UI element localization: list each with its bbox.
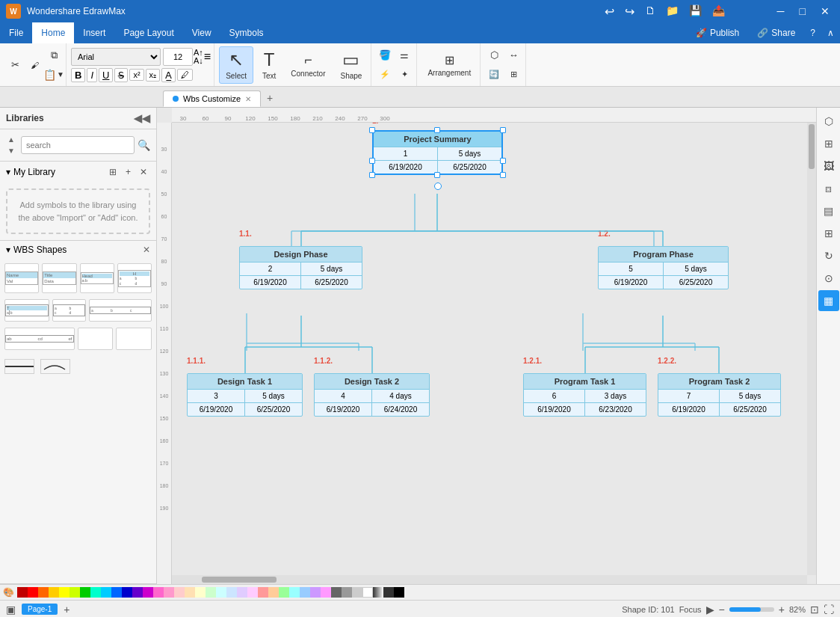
shape-thumb-4[interactable]: H abcd [117, 263, 152, 293]
fit-page-btn[interactable]: ⊡ [810, 604, 819, 616]
font-color-btn[interactable]: A̲ [161, 68, 176, 82]
color-cell[interactable] [122, 587, 132, 598]
format-paste-btn[interactable]: 🖌 [25, 56, 43, 74]
palette-icon[interactable]: 🎨 [3, 587, 14, 598]
new-btn[interactable]: 🗋 [642, 3, 658, 20]
effect-btn[interactable]: ✦ [395, 66, 413, 84]
menu-home[interactable]: Home [32, 22, 74, 43]
color-cell[interactable] [90, 587, 101, 598]
redo-btn[interactable]: ↪ [622, 3, 637, 20]
color-cell[interactable] [153, 587, 164, 598]
color-cell[interactable] [373, 587, 383, 598]
wbs-shapes-close-btn[interactable]: ✕ [143, 245, 150, 255]
color-cell[interactable] [80, 587, 90, 598]
menu-insert[interactable]: Insert [74, 22, 114, 43]
color-cell[interactable] [394, 587, 404, 598]
scroll-up-btn[interactable]: ▲ [6, 134, 16, 145]
replace-btn[interactable]: 🔄 [485, 66, 503, 84]
font-size-decrease-btn[interactable]: A↓ [194, 57, 203, 65]
right-tool-table[interactable]: ⊞ [818, 223, 839, 244]
shape-tool-btn[interactable]: ▭ Shape [334, 46, 368, 84]
text-tool-btn[interactable]: T Text [256, 46, 282, 84]
shape-thumb-3[interactable]: Head ab [80, 263, 114, 293]
expand-btn[interactable]: ∧ [821, 28, 840, 38]
wbs-node-program-phase[interactable]: 1.2. Program Phase 5 5 days 6/19/2020 6/… [598, 246, 729, 289]
color-cell[interactable] [59, 587, 70, 598]
save-btn[interactable]: 💾 [686, 3, 705, 20]
sidebar-collapse-btn[interactable]: ◀◀ [134, 112, 150, 124]
font-size-input[interactable] [163, 48, 193, 66]
color-cell[interactable] [268, 587, 279, 598]
color-cell[interactable] [164, 587, 174, 598]
shape-thumb-10[interactable] [116, 328, 152, 350]
add-tab-btn[interactable]: + [261, 89, 279, 107]
right-tool-rotate[interactable]: ↻ [818, 245, 839, 266]
line-shape-2[interactable] [40, 359, 70, 374]
copy-btn[interactable]: ⧉ [45, 46, 63, 64]
canvas-scrollbar-v[interactable] [807, 123, 816, 575]
color-cell[interactable] [247, 587, 258, 598]
menu-file[interactable]: File [0, 22, 32, 43]
fill-color-btn[interactable]: 🪣 [376, 46, 394, 64]
window-controls[interactable]: ─ □ ✕ [773, 4, 834, 19]
wbs-node-design-task2[interactable]: 1.1.2. Design Task 2 4 4 days 6/19/2020 … [314, 373, 430, 417]
shape-thumb-6[interactable]: abcd [52, 299, 86, 322]
color-cell[interactable] [289, 587, 300, 598]
color-cell[interactable] [206, 587, 216, 598]
zoom-in-btn[interactable]: + [779, 604, 785, 616]
search-input[interactable] [21, 136, 135, 154]
wbs-node-design-task1[interactable]: 1.1.1. Design Task 1 3 5 days 6/19/2020 … [187, 373, 303, 417]
right-tool-history[interactable]: ⊙ [818, 268, 839, 289]
publish-button[interactable]: 🚀 Publish [687, 25, 748, 41]
wbs-node-root[interactable]: 1. Project Summary 1 5 days [372, 130, 503, 175]
select-tool-btn[interactable]: ↖ Select [219, 46, 253, 84]
tab-close-icon[interactable]: ✕ [245, 95, 251, 103]
wbs-container[interactable]: 1. Project Summary 1 5 days [172, 123, 816, 584]
zoom-slider[interactable] [729, 607, 774, 612]
color-cell[interactable] [279, 587, 289, 598]
menu-symbols[interactable]: Symbols [220, 22, 273, 43]
color-cell[interactable] [101, 587, 111, 598]
flip-btn[interactable]: ↔ [504, 46, 522, 64]
focus-label[interactable]: Focus [679, 605, 702, 614]
color-cell[interactable] [111, 587, 122, 598]
color-cell[interactable] [300, 587, 310, 598]
bring-front-btn[interactable]: ⬡ [485, 46, 503, 64]
shape-thumb-7[interactable]: abc [89, 299, 152, 322]
right-tool-spreadsheet[interactable]: ▦ [818, 290, 839, 311]
arrangement-btn[interactable]: ⊞ Arrangement [421, 46, 477, 84]
right-tool-image[interactable]: 🖼 [818, 156, 839, 176]
color-cell[interactable] [216, 587, 226, 598]
color-palette[interactable] [17, 585, 837, 600]
color-cell[interactable] [28, 587, 38, 598]
shape-thumb-1[interactable]: Name Val [4, 263, 39, 293]
line-shape-1[interactable] [4, 359, 34, 374]
wbs-node-program-task1[interactable]: 1.2.1. Program Task 1 6 3 days 6/19/2020… [523, 373, 646, 417]
my-library-close-btn[interactable]: ✕ [137, 165, 150, 179]
font-size-increase-btn[interactable]: A↑ [194, 49, 203, 57]
page-view-icon[interactable]: ▣ [6, 604, 16, 616]
shape-thumb-8[interactable]: abcdef [4, 328, 75, 350]
help-btn[interactable]: ? [804, 28, 821, 38]
open-btn[interactable]: 📁 [663, 3, 682, 20]
minimize-btn[interactable]: ─ [773, 4, 789, 19]
shape-thumb-5[interactable]: T ab [4, 299, 49, 322]
page-tab-1[interactable]: Page-1 [22, 604, 58, 615]
color-cell[interactable] [383, 587, 394, 598]
menu-view[interactable]: View [183, 22, 220, 43]
zoom-out-btn[interactable]: − [719, 604, 725, 616]
my-library-header[interactable]: ▾ My Library ⊞ + ✕ [0, 162, 156, 182]
close-btn[interactable]: ✕ [816, 4, 834, 19]
connector-tool-btn[interactable]: ⌐ Connector [285, 46, 331, 84]
search-icon[interactable]: 🔍 [138, 139, 150, 151]
tab-wbs-customize[interactable]: Wbs Customize ✕ [163, 90, 261, 107]
subscript-btn[interactable]: x₂ [146, 69, 161, 82]
font-family-select[interactable]: Arial [71, 48, 161, 66]
maximize-btn[interactable]: □ [795, 4, 810, 19]
wbs-node-program-task2[interactable]: 1.2.2. Program Task 2 7 5 days 6/19/2020… [658, 373, 781, 417]
fullscreen-btn[interactable]: ⛶ [824, 604, 834, 616]
scroll-down-btn[interactable]: ▼ [6, 145, 16, 156]
my-library-add-btn[interactable]: + [123, 165, 134, 179]
shape-thumb-9[interactable] [78, 328, 114, 350]
wbs-shapes-header[interactable]: ▾ WBS Shapes ✕ [0, 241, 156, 259]
